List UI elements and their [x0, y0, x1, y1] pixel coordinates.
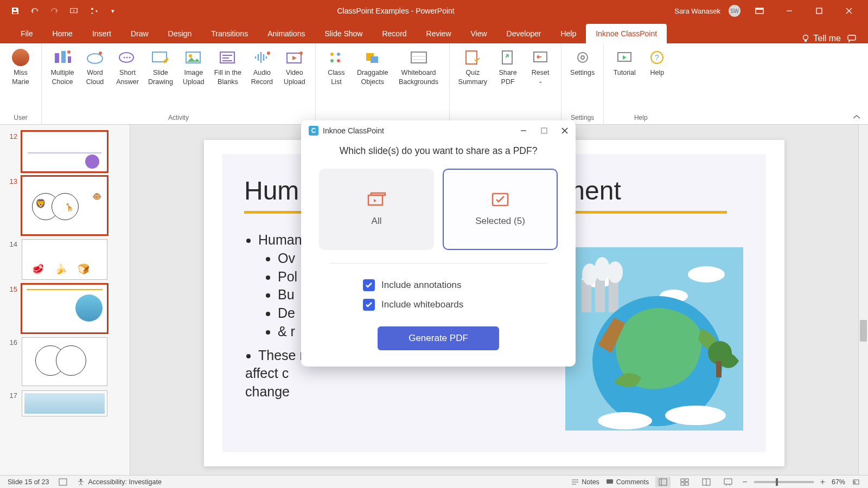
tab-classpoint[interactable]: Inknoe ClassPoint [586, 24, 667, 43]
video-upload-button[interactable]: VideoUpload [279, 47, 310, 113]
present-icon[interactable] [69, 7, 78, 15]
svg-rect-85 [541, 128, 547, 133]
ribbon-display-icon[interactable] [749, 0, 770, 22]
audio-record-button[interactable]: AudioRecord [247, 47, 277, 113]
slide-thumb-13[interactable]: 🦁 🦒 🐵 [22, 176, 107, 235]
notes-button[interactable]: Notes [571, 478, 599, 486]
zoom-level[interactable]: 67% [832, 478, 845, 486]
tell-me[interactable]: Tell me [801, 34, 841, 43]
tab-animations[interactable]: Animations [258, 24, 315, 43]
thumbnail-panel[interactable]: 12 13 🦁 🦒 🐵 14 🥩 🍌 🍞 15 [0, 125, 130, 475]
slide-thumb-16[interactable] [22, 337, 107, 386]
accessibility-button[interactable]: Accessibility: Investigate [77, 478, 161, 486]
collapse-ribbon-icon[interactable] [852, 113, 861, 121]
image-upload-button[interactable]: ImageUpload [178, 47, 209, 113]
undo-icon[interactable] [30, 7, 39, 15]
comments-button[interactable]: Comments [606, 478, 649, 486]
generate-pdf-button[interactable]: Generate PDF [378, 326, 499, 350]
tab-draw[interactable]: Draw [121, 24, 158, 43]
tab-home[interactable]: Home [43, 24, 82, 43]
zoom-out-icon[interactable]: − [742, 477, 747, 487]
reset-button[interactable]: Reset⌄ [525, 47, 556, 113]
include-whiteboards-row[interactable]: Include whiteboards [317, 295, 559, 314]
avatar[interactable]: SW [729, 5, 741, 17]
svg-point-33 [299, 52, 303, 55]
draggable-objects-button[interactable]: DraggableObjects [354, 47, 392, 113]
svg-rect-40 [411, 52, 426, 63]
comments-toggle-icon[interactable] [847, 34, 857, 43]
selected-slides-icon [491, 192, 509, 207]
qat-overflow-icon[interactable]: ▾ [108, 7, 117, 15]
dialog-minimize-icon[interactable] [518, 125, 529, 136]
class-list-button[interactable]: ClassList [321, 47, 352, 113]
tab-review[interactable]: Review [417, 24, 461, 43]
user-avatar-icon [9, 49, 32, 66]
slide-thumb-14[interactable]: 🥩 🍌 🍞 [22, 239, 107, 280]
maximize-icon[interactable] [808, 0, 830, 22]
save-icon[interactable] [11, 7, 20, 15]
multiple-choice-button[interactable]: MultipleChoice [47, 47, 78, 113]
lightbulb-icon [801, 34, 810, 43]
minimize-icon[interactable] [778, 0, 800, 22]
checkbox-checked-icon[interactable] [363, 299, 375, 311]
quiz-summary-button[interactable]: QuizSummary [455, 47, 490, 113]
word-cloud-button[interactable]: WordCloud [80, 47, 110, 113]
tab-insert[interactable]: Insert [82, 24, 121, 43]
slide-thumb-17[interactable] [22, 390, 107, 416]
tutorial-icon [613, 49, 636, 66]
slideshow-view-icon[interactable] [720, 477, 736, 487]
option-selected[interactable]: Selected (5) [443, 169, 558, 250]
zoom-in-icon[interactable]: + [820, 477, 825, 487]
user-name-line1: Miss [14, 68, 28, 78]
thumb-num: 15 [7, 284, 17, 333]
sorter-view-icon[interactable] [677, 477, 692, 487]
option-selected-label: Selected (5) [475, 216, 525, 227]
touch-mode-icon[interactable]: ▾ [89, 7, 98, 15]
help-button[interactable]: ? Help [642, 47, 672, 113]
video-upload-icon [283, 49, 306, 66]
spellcheck-icon[interactable] [59, 478, 67, 486]
zoom-slider-thumb[interactable] [776, 478, 778, 486]
scroll-thumb[interactable] [860, 320, 867, 342]
tutorial-button[interactable]: Tutorial [609, 47, 640, 113]
whiteboard-bg-button[interactable]: WhiteboardBackgrounds [394, 47, 444, 113]
tab-developer[interactable]: Developer [497, 24, 551, 43]
fill-blanks-button[interactable]: Fill in theBlanks [211, 47, 245, 113]
tab-transitions[interactable]: Transitions [201, 24, 258, 43]
tab-slideshow[interactable]: Slide Show [315, 24, 372, 43]
dialog-prompt: Which slide(s) do you want to share as a… [317, 145, 559, 157]
tab-design[interactable]: Design [158, 24, 202, 43]
svg-rect-80 [724, 479, 732, 484]
tab-record[interactable]: Record [372, 24, 416, 43]
share-pdf-button[interactable]: SharePDF [493, 47, 523, 113]
settings-button[interactable]: Settings [567, 47, 598, 113]
reading-view-icon[interactable] [699, 477, 714, 487]
image-upload-icon [182, 49, 205, 66]
vertical-scrollbar[interactable] [858, 125, 868, 475]
svg-point-62 [598, 412, 652, 429]
svg-point-67 [80, 479, 82, 481]
svg-rect-87 [371, 193, 385, 195]
short-answer-button[interactable]: ShortAnswer [112, 47, 143, 113]
ribbon-tabs: File Home Insert Draw Design Transitions… [0, 22, 868, 43]
dialog-close-icon[interactable] [559, 125, 570, 136]
draggable-objects-icon [361, 49, 384, 66]
tab-file[interactable]: File [11, 24, 43, 43]
audio-record-icon [251, 49, 273, 66]
checkbox-checked-icon[interactable] [363, 279, 375, 291]
slide-drawing-button[interactable]: SlideDrawing [145, 47, 176, 113]
include-annotations-row[interactable]: Include annotations [317, 275, 559, 295]
dialog-maximize-icon[interactable] [539, 125, 550, 136]
user-profile-button[interactable]: Miss Marie [5, 47, 36, 113]
tab-help[interactable]: Help [551, 24, 586, 43]
zoom-slider[interactable] [754, 481, 814, 483]
normal-view-icon[interactable] [655, 477, 671, 487]
close-icon[interactable] [838, 0, 860, 22]
tab-view[interactable]: View [461, 24, 497, 43]
slide-thumb-15[interactable] [22, 284, 107, 333]
option-all[interactable]: All [319, 169, 434, 250]
slide-thumb-12[interactable] [22, 131, 107, 172]
group-user-label: User [5, 113, 36, 123]
redo-icon[interactable] [50, 7, 59, 15]
thumb-num: 17 [7, 390, 17, 416]
